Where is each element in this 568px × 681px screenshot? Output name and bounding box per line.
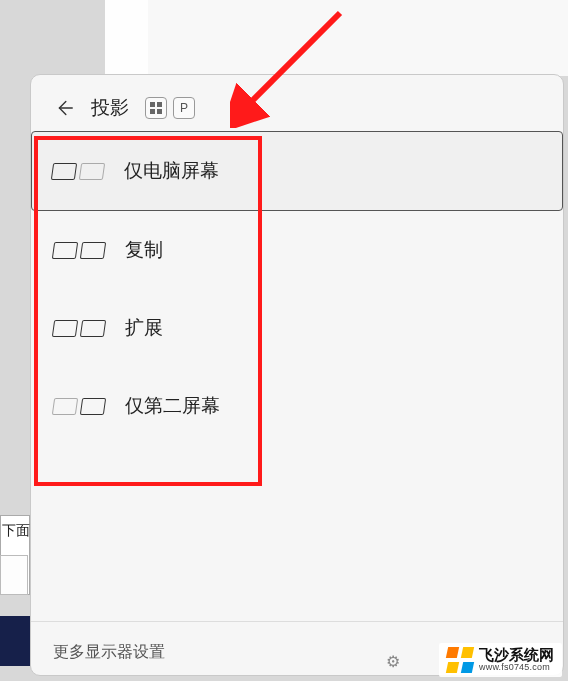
screen-on-icon: [80, 320, 106, 337]
watermark-title: 飞沙系统网: [479, 647, 554, 664]
more-display-settings-link[interactable]: 更多显示器设置: [53, 643, 165, 660]
project-option-icon: [53, 242, 105, 259]
screen-off-icon: [79, 163, 105, 180]
p-key-icon: P: [173, 97, 195, 119]
background-dark-bar: [0, 616, 30, 666]
background-inner-fragment: [0, 555, 28, 595]
project-option-duplicate[interactable]: 复制: [31, 211, 563, 289]
watermark-url: www.fs0745.com: [479, 663, 554, 673]
watermark: 飞沙系统网 www.fs0745.com: [439, 643, 562, 677]
project-option-label: 复制: [125, 237, 163, 263]
shortcut-hint: P: [145, 97, 195, 119]
screen-off-icon: [52, 398, 78, 415]
project-panel: 投影 P 仅电脑屏幕 复制 扩展: [30, 74, 564, 676]
project-option-icon: [53, 398, 105, 415]
panel-header: 投影 P: [31, 75, 563, 131]
project-option-label: 扩展: [125, 315, 163, 341]
screen-on-icon: [80, 242, 106, 259]
project-option-label: 仅第二屏幕: [125, 393, 220, 419]
project-option-second-screen-only[interactable]: 仅第二屏幕: [31, 367, 563, 445]
gear-icon: ⚙: [386, 652, 400, 671]
watermark-logo-icon: [447, 647, 473, 673]
back-icon[interactable]: [53, 97, 75, 119]
windows-key-icon: [145, 97, 167, 119]
project-option-icon: [53, 320, 105, 337]
project-option-pc-screen-only[interactable]: 仅电脑屏幕: [31, 131, 563, 211]
project-option-extend[interactable]: 扩展: [31, 289, 563, 367]
background-label: 下面: [2, 522, 30, 540]
project-option-label: 仅电脑屏幕: [124, 158, 219, 184]
screen-on-icon: [80, 398, 106, 415]
panel-title: 投影: [91, 95, 129, 121]
screen-on-icon: [52, 242, 78, 259]
screen-on-icon: [51, 163, 77, 180]
project-option-icon: [52, 163, 104, 180]
screen-on-icon: [52, 320, 78, 337]
background-window-fragment-2: [148, 0, 568, 76]
